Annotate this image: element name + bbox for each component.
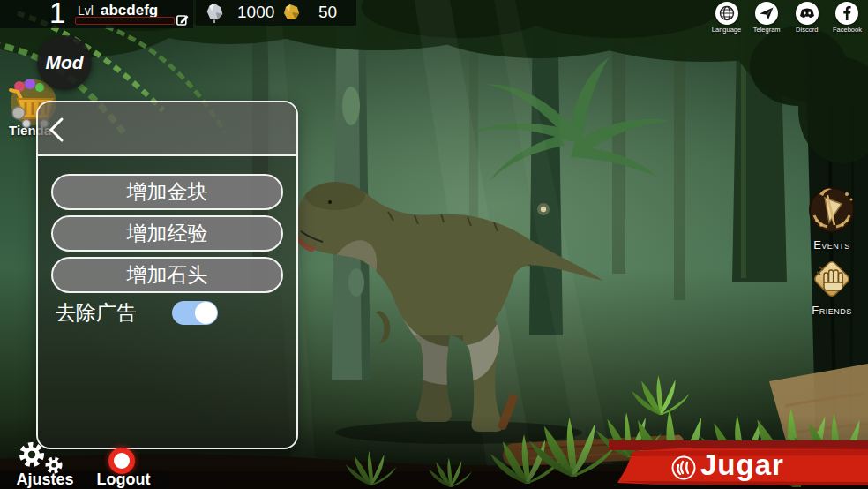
remove-ads-row: 去除广告	[51, 299, 283, 327]
discord-icon	[798, 4, 816, 22]
remove-ads-label: 去除广告	[56, 299, 137, 327]
edit-name-icon[interactable]	[176, 13, 189, 26]
gold-amount: 50	[318, 3, 337, 22]
discord-button[interactable]: Discord	[788, 2, 826, 35]
play-label: Jugar	[700, 448, 784, 482]
language-button[interactable]: Language	[707, 2, 745, 35]
gold-currency-icon	[281, 2, 303, 24]
cheat-menu-modal: 增加金块 增加经验 增加石头 去除广告	[36, 101, 298, 449]
player-level-panel: 1 Lvl abcdefg	[0, 0, 193, 28]
cheat-menu-header	[38, 102, 296, 156]
stone-amount: 1000	[237, 3, 274, 22]
currency-panel: 1000 50	[196, 0, 356, 26]
events-button[interactable]: Events	[804, 185, 859, 252]
friends-fist-icon	[809, 256, 855, 302]
logout-label[interactable]: Logout	[90, 470, 157, 489]
telegram-icon	[758, 4, 775, 22]
telegram-button[interactable]: Telegram	[748, 2, 786, 35]
game-screen: Tienda 1 Lvl abcdefg 1000 50	[0, 0, 868, 489]
mod-button-label: Mod	[45, 52, 83, 73]
toggle-knob	[195, 302, 217, 324]
dino-claw-icon	[670, 455, 697, 481]
events-label: Events	[813, 238, 850, 252]
friends-label: Friends	[812, 304, 851, 317]
friends-button[interactable]: Friends	[806, 256, 857, 317]
globe-icon	[718, 4, 736, 22]
events-emblem-icon	[807, 185, 857, 237]
back-chevron-icon[interactable]	[47, 117, 66, 143]
play-button[interactable]: Jugar	[607, 440, 868, 489]
add-stones-button[interactable]: 增加石头	[51, 257, 283, 293]
cheat-menu-body: 增加金块 增加经验 增加石头 去除广告	[38, 156, 296, 449]
add-experience-button[interactable]: 增加经验	[51, 215, 283, 252]
mod-button[interactable]: Mod	[37, 35, 92, 90]
facebook-button[interactable]: Facebook	[828, 2, 866, 35]
level-label: Lvl	[78, 4, 94, 18]
remove-ads-toggle[interactable]	[172, 301, 218, 325]
social-bar: Language Telegram Discord Facebook	[707, 2, 866, 35]
settings-label[interactable]: Ajustes	[5, 470, 85, 489]
facebook-icon	[838, 4, 856, 22]
stone-currency-icon	[204, 2, 226, 24]
xp-progress-bar	[75, 17, 175, 25]
add-gold-button[interactable]: 增加金块	[51, 174, 283, 210]
level-number: 1	[49, 0, 65, 30]
